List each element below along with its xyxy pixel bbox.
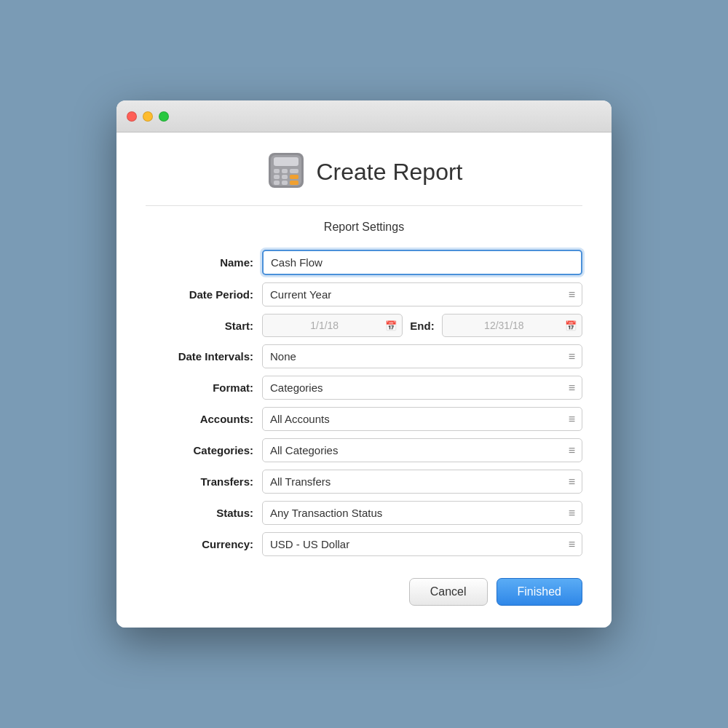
name-row: Name:	[146, 250, 582, 275]
start-calendar-icon: 📅	[385, 320, 397, 331]
svg-rect-11	[290, 181, 298, 185]
svg-rect-4	[282, 169, 288, 173]
name-control	[262, 250, 582, 275]
status-control: Any Transaction Status ≡	[262, 501, 582, 525]
end-date-wrapper: 📅	[442, 314, 582, 337]
status-label: Status:	[146, 507, 262, 519]
name-label: Name:	[146, 256, 262, 269]
transfers-label: Transfers:	[146, 475, 262, 488]
svg-rect-10	[282, 181, 288, 185]
categories-control: All Categories ≡	[262, 438, 582, 462]
date-period-label: Date Period:	[146, 288, 262, 301]
format-control: Categories Payees Accounts ≡	[262, 376, 582, 400]
accounts-control: All Accounts ≡	[262, 407, 582, 431]
currency-control: USD - US Dollar ≡	[262, 532, 582, 556]
date-period-row: Date Period: Current Year Last Year Cust…	[146, 282, 582, 306]
date-intervals-select[interactable]: None Monthly Quarterly Yearly	[262, 344, 582, 368]
status-select[interactable]: Any Transaction Status	[262, 501, 582, 525]
report-form: Name: Date Period: Current Year Last Yea…	[146, 250, 582, 556]
format-label: Format:	[146, 381, 262, 394]
categories-select[interactable]: All Categories	[262, 438, 582, 462]
currency-select[interactable]: USD - US Dollar	[262, 532, 582, 556]
date-intervals-control: None Monthly Quarterly Yearly ≡	[262, 344, 582, 368]
date-period-select[interactable]: Current Year Last Year Custom	[262, 282, 582, 306]
accounts-row: Accounts: All Accounts ≡	[146, 407, 582, 431]
transfers-select[interactable]: All Transfers	[262, 470, 582, 494]
end-date-input[interactable]	[442, 314, 582, 337]
transfers-row: Transfers: All Transfers ≡	[146, 470, 582, 494]
currency-row: Currency: USD - US Dollar ≡	[146, 532, 582, 556]
svg-rect-5	[290, 169, 298, 173]
header-divider	[146, 205, 582, 206]
format-select[interactable]: Categories Payees Accounts	[262, 376, 582, 400]
format-row: Format: Categories Payees Accounts ≡	[146, 376, 582, 400]
main-window: Create Report Report Settings Name: Date…	[116, 100, 612, 628]
categories-row: Categories: All Categories ≡	[146, 438, 582, 462]
date-range-control: 📅 End: 📅	[262, 314, 582, 337]
calculator-icon	[266, 150, 306, 194]
start-date-wrapper: 📅	[262, 314, 403, 337]
window-title: Create Report	[317, 159, 463, 186]
svg-rect-7	[282, 175, 288, 179]
start-end-row: Start: 📅 End: 📅	[146, 314, 582, 337]
end-calendar-icon: 📅	[565, 320, 577, 331]
header: Create Report	[146, 150, 582, 194]
svg-rect-9	[274, 181, 280, 185]
svg-rect-2	[274, 157, 298, 166]
name-input[interactable]	[262, 250, 582, 275]
footer: Cancel Finished	[146, 575, 582, 606]
close-button[interactable]	[127, 111, 137, 122]
date-intervals-label: Date Intervals:	[146, 350, 262, 363]
transfers-control: All Transfers ≡	[262, 470, 582, 494]
categories-label: Categories:	[146, 444, 262, 456]
finished-button[interactable]: Finished	[496, 578, 582, 606]
date-intervals-row: Date Intervals: None Monthly Quarterly Y…	[146, 344, 582, 368]
cancel-button[interactable]: Cancel	[409, 578, 488, 606]
section-title: Report Settings	[146, 221, 582, 234]
svg-rect-3	[274, 169, 280, 173]
currency-label: Currency:	[146, 538, 262, 550]
accounts-select[interactable]: All Accounts	[262, 407, 582, 431]
maximize-button[interactable]	[159, 111, 169, 122]
start-date-input[interactable]	[262, 314, 403, 337]
minimize-button[interactable]	[143, 111, 153, 122]
svg-rect-8	[290, 175, 298, 179]
traffic-lights	[127, 111, 169, 122]
svg-rect-6	[274, 175, 280, 179]
window-content: Create Report Report Settings Name: Date…	[116, 132, 612, 628]
date-period-control: Current Year Last Year Custom ≡	[262, 282, 582, 306]
start-label: Start:	[146, 320, 262, 332]
end-label: End:	[410, 320, 434, 332]
status-row: Status: Any Transaction Status ≡	[146, 501, 582, 525]
accounts-label: Accounts:	[146, 413, 262, 425]
titlebar	[116, 100, 612, 132]
